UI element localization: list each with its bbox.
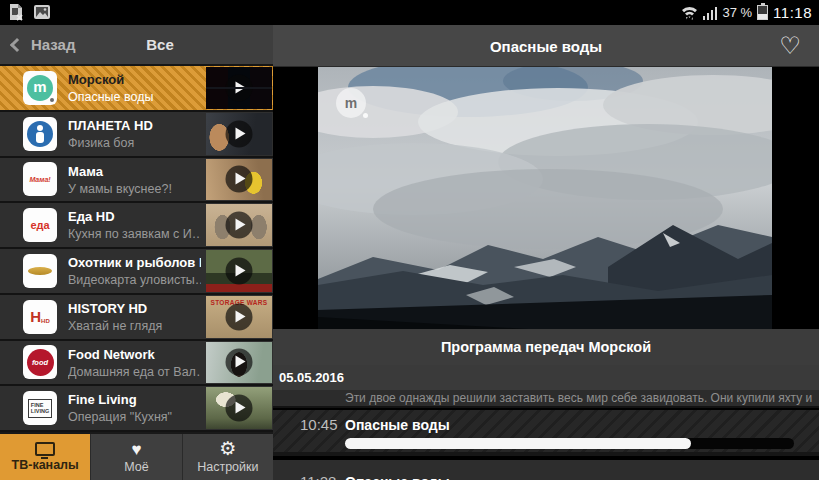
status-left-icons xyxy=(8,3,51,21)
schedule-entry-next[interactable]: 11:28 Опасные воды xyxy=(273,460,819,480)
chevron-left-icon xyxy=(10,38,24,52)
channel-thumbnail: STORAGE WARS xyxy=(206,296,272,338)
channel-watermark: m xyxy=(336,88,366,118)
back-label: Назад xyxy=(31,36,75,53)
channel-thumbnail xyxy=(206,342,272,384)
channel-logo-eda: еда xyxy=(23,208,57,242)
player-panel: Опасные воды ♡ xyxy=(273,25,819,480)
channel-panel-header: Назад Все xyxy=(0,25,273,66)
channel-row-planeta-hd[interactable]: ПЛАНЕТА HD Физика боя xyxy=(0,112,273,158)
channel-row-eda-hd[interactable]: еда Еда HD Кухня по заявкам с И… xyxy=(0,203,273,249)
heart-outline-icon[interactable]: ♡ xyxy=(775,32,805,60)
file-error-icon xyxy=(8,3,24,21)
back-button[interactable]: Назад xyxy=(12,25,75,64)
channel-logo-planeta xyxy=(23,117,57,151)
channel-current-program: Домашняя еда от Вал… xyxy=(68,364,201,381)
channel-row-food-network[interactable]: food Food Network Домашняя еда от Вал… xyxy=(0,341,273,387)
now-playing-title: Опасные воды xyxy=(273,25,819,67)
entry-title: Опасные воды xyxy=(345,474,450,480)
channel-row-mama[interactable]: Мама! Мама У мамы вкуснее?! xyxy=(0,158,273,204)
channel-thumbnail xyxy=(206,250,272,292)
channel-logo-mama: Мама! xyxy=(23,162,57,196)
entry-time: 10:45 xyxy=(300,416,338,433)
channel-name: Еда HD xyxy=(68,207,201,226)
player-header: Опасные воды ♡ xyxy=(273,25,819,67)
channel-current-program: Хватай не глядя xyxy=(68,318,201,335)
play-icon xyxy=(226,120,253,147)
channel-current-program: Видеокарта уловисты… xyxy=(68,272,201,289)
channel-name: Охотник и рыболов HD xyxy=(68,253,201,272)
schedule-header: Программа передач Морской xyxy=(273,329,819,365)
channel-row-history-hd[interactable]: HHD HISTORY HD Хватай не глядя STORAGE W… xyxy=(0,295,273,341)
app-screen: 37 % 11:18 Назад Все m Морской Опасные в… xyxy=(0,0,819,480)
channel-logo-history: HHD xyxy=(23,300,57,334)
video-still-mountains xyxy=(318,67,772,329)
progress-track xyxy=(345,438,794,449)
tab-my[interactable]: ♥ Моё xyxy=(91,434,182,480)
video-frame: m xyxy=(318,67,772,329)
channel-name: HISTORY HD xyxy=(68,299,201,318)
play-icon xyxy=(226,74,253,101)
play-icon xyxy=(226,257,253,284)
channel-name: ПЛАНЕТА HD xyxy=(68,116,201,135)
channel-panel: Назад Все m Морской Опасные воды ПЛАНЕТА… xyxy=(0,25,273,480)
tv-icon xyxy=(35,442,55,456)
channel-name: Морской xyxy=(68,70,201,89)
play-icon xyxy=(226,395,253,422)
channel-name: Food Network xyxy=(68,345,201,364)
channel-thumbnail xyxy=(206,159,272,201)
progress-fill xyxy=(345,438,691,449)
channel-current-program: Физика боя xyxy=(68,135,201,152)
channel-name: Fine Living xyxy=(68,390,201,409)
channel-current-program: У мамы вкуснее?! xyxy=(68,181,201,198)
channel-logo-fine-living: FINE LIVING xyxy=(23,391,57,425)
channel-thumbnail xyxy=(206,387,272,429)
heart-icon: ♥ xyxy=(131,441,141,458)
channel-name: Мама xyxy=(68,162,201,181)
channel-logo-ohotnik xyxy=(23,254,57,288)
play-icon xyxy=(226,349,253,376)
signal-strength-icon xyxy=(703,6,718,20)
clock: 11:18 xyxy=(773,4,812,21)
battery-percent: 37 % xyxy=(722,5,752,20)
channel-thumbnail xyxy=(206,113,272,155)
channel-thumbnail xyxy=(206,67,272,109)
channel-row-ohotnik-rybolov[interactable]: Охотник и рыболов HD Видеокарта уловисты… xyxy=(0,249,273,295)
video-player[interactable]: m xyxy=(273,67,819,329)
entry-title: Опасные воды xyxy=(345,417,450,433)
wifi-icon xyxy=(681,5,698,21)
status-right-cluster: 37 % 11:18 xyxy=(681,0,812,25)
bottom-tab-bar: ТВ-каналы ♥ Моё ⚙ Настройки xyxy=(0,432,273,480)
schedule-entry-current[interactable]: 10:45 Опасные воды xyxy=(273,410,819,456)
schedule-date: 05.05.2016 xyxy=(273,365,819,390)
gear-icon: ⚙ xyxy=(219,440,236,458)
channel-thumbnail xyxy=(206,204,272,246)
channel-filter-title: Все xyxy=(146,25,174,64)
play-icon xyxy=(226,212,253,239)
tab-tv-channels[interactable]: ТВ-каналы xyxy=(0,434,91,480)
channel-current-program: Кухня по заявкам с И… xyxy=(68,226,201,243)
play-icon xyxy=(226,303,253,330)
channel-current-program: Операция "Кухня" xyxy=(68,409,201,426)
play-icon xyxy=(226,166,253,193)
android-status-bar: 37 % 11:18 xyxy=(0,0,819,25)
tab-settings[interactable]: ⚙ Настройки xyxy=(183,434,273,480)
channel-logo-food-network: food xyxy=(23,345,57,379)
previous-program-description: Эти двое однажды решили заставить весь м… xyxy=(273,390,819,408)
channel-current-program: Опасные воды xyxy=(68,89,201,106)
gallery-icon xyxy=(33,3,51,21)
entry-time: 11:28 xyxy=(300,473,336,480)
channel-row-fine-living[interactable]: FINE LIVING Fine Living Операция "Кухня" xyxy=(0,386,273,432)
battery-icon xyxy=(757,5,768,20)
channel-row-morskoy[interactable]: m Морской Опасные воды xyxy=(0,66,273,112)
channel-logo-morskoy: m xyxy=(23,71,57,105)
channel-list: m Морской Опасные воды ПЛАНЕТА HD Физика… xyxy=(0,66,273,432)
